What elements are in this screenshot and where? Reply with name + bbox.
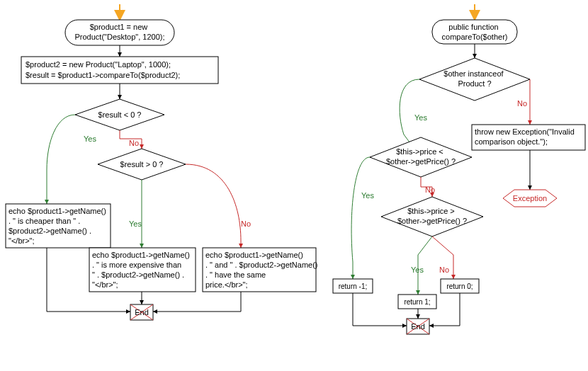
cond2r-yes-edge — [351, 157, 370, 279]
cond2r-yes-label: Yes — [361, 191, 374, 200]
cond2-no-edge — [186, 164, 241, 248]
svg-text:End: End — [135, 308, 149, 316]
cond2-no-label: No — [241, 219, 251, 228]
cond1-no-label: No — [129, 139, 139, 147]
cond1-yes-label: Yes — [84, 135, 96, 143]
ret0-text: return 0; — [446, 282, 473, 290]
cond2r-no-label: No — [425, 186, 435, 194]
cond1r-yes-edge — [400, 79, 419, 146]
svg-text:End: End — [411, 322, 425, 331]
cond1-yes-edge — [47, 115, 75, 204]
cond3r-yes-label: Yes — [411, 266, 424, 274]
end-node-left: End — [130, 304, 153, 320]
branchC-to-end — [153, 292, 241, 312]
exception-text: Exception — [513, 194, 547, 202]
cond1r-no-label: No — [517, 99, 527, 108]
retNeg1-text: return -1; — [339, 282, 368, 290]
cond2-left-text: $result > 0 ? — [120, 160, 164, 169]
end-node-right: End — [407, 319, 429, 334]
cond3r-no-label: No — [439, 266, 449, 274]
cond1-left-text: $result < 0 ? — [98, 110, 142, 119]
cond2-yes-label: Yes — [129, 219, 142, 228]
cond1r-yes-label: Yes — [414, 113, 427, 122]
ret1-text: return 1; — [404, 298, 430, 306]
